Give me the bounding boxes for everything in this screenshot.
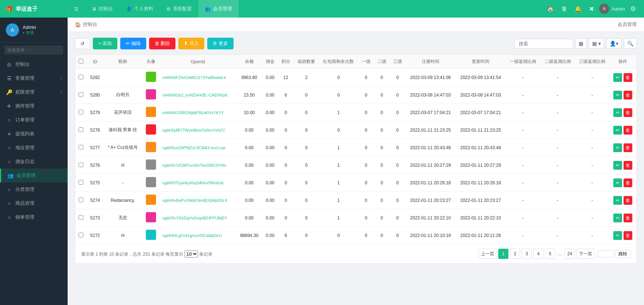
delete-row-button[interactable]: 🗑	[624, 91, 632, 99]
pagination-bar: 显示第 1 到第 10 条记录，总共 231 条记录 每页显示 10 20 50…	[75, 244, 636, 263]
delete-row-button[interactable]: 🗑	[624, 178, 632, 187]
prev-page-button[interactable]: 上一页	[478, 249, 497, 259]
row-checkbox[interactable]	[79, 197, 83, 202]
edit-row-button[interactable]: ✏	[613, 143, 622, 152]
cell-balance: 23.50	[236, 86, 262, 104]
page-3-button[interactable]: 3	[522, 249, 532, 259]
sidebar-item-withdraw[interactable]: ≡ 提现列表	[0, 127, 68, 141]
cell-actions: ✏ 🗑	[610, 209, 636, 227]
edit-row-button[interactable]: ✏	[613, 161, 622, 170]
row-checkbox[interactable]	[79, 215, 83, 220]
refresh-button[interactable]: ↺	[75, 38, 90, 49]
row-checkbox[interactable]	[79, 145, 83, 150]
sidebar-item-product[interactable]: ○ 商品管理	[0, 196, 68, 210]
cell-id: 5279	[87, 104, 103, 121]
sidebar-item-perm-mgmt[interactable]: 🔑 权限管理 ›	[0, 85, 68, 99]
dashboard-sidebar-icon: ◎	[6, 61, 12, 67]
edit-row-button[interactable]: ✏	[613, 91, 622, 99]
edit-row-button[interactable]: ✏	[613, 214, 622, 222]
cell-level2: 0	[374, 157, 390, 174]
nav-menu-toggle[interactable]: ☰	[68, 0, 85, 18]
search-input[interactable]	[515, 39, 573, 49]
delete-row-button[interactable]: 🗑	[624, 143, 632, 152]
cell-r2: -	[540, 209, 575, 227]
sidebar-item-category[interactable]: ○ 分类管理	[0, 182, 68, 196]
sidebar-item-address[interactable]: ○ 地址管理	[0, 141, 68, 155]
view-list-button[interactable]: ▦	[575, 38, 587, 49]
sidebar-item-plugin-mgmt[interactable]: ✈ 插件管理	[0, 99, 68, 113]
notification-icon[interactable]: 🔔	[572, 4, 584, 14]
cell-points: 0	[278, 139, 294, 157]
row-checkbox[interactable]	[79, 180, 83, 185]
nav-sysconfig[interactable]: ⚙ 系统配置	[160, 0, 198, 18]
page-1-button[interactable]: 1	[498, 249, 508, 259]
cell-reg-time: 2022-01-11 20:26:18	[405, 174, 455, 192]
row-checkbox[interactable]	[79, 233, 83, 237]
sidebar-item-commission[interactable]: ○ 佣金日志	[0, 155, 68, 169]
cell-points: 0	[278, 192, 294, 209]
delete-row-button[interactable]: 🗑	[624, 214, 632, 222]
edit-row-button[interactable]: ✏	[613, 126, 622, 135]
cell-level1: 0	[358, 139, 374, 157]
cell-redpacket: 1	[319, 209, 358, 227]
trash-icon[interactable]: 🗑	[559, 4, 569, 14]
row-checkbox[interactable]	[79, 110, 83, 114]
page-jump-input[interactable]	[598, 250, 614, 257]
import-button[interactable]: ⬆ 导入	[178, 38, 204, 49]
settings-icon[interactable]: ⚙	[628, 3, 638, 14]
cell-level1: 0	[358, 192, 374, 209]
view-user-button[interactable]: 👤▾	[606, 38, 622, 49]
cell-level3: 0	[390, 104, 405, 121]
edit-row-button[interactable]: ✏	[613, 178, 622, 187]
page-5-button[interactable]: 5	[545, 249, 555, 259]
nav-dashboard[interactable]: 🖥 控制台	[85, 0, 120, 18]
delete-row-button[interactable]: 🗑	[624, 108, 632, 117]
per-page-select[interactable]: 10 20 50	[185, 251, 198, 257]
next-page-button[interactable]: 下一页	[576, 249, 595, 259]
sidebar-item-regular-mgmt[interactable]: ☰ 常规管理 ›	[0, 71, 68, 85]
cell-reg-time: 2022-01-11 20:27:29	[405, 157, 455, 174]
cell-r1: -	[506, 192, 541, 209]
delete-row-button[interactable]: 🗑	[624, 231, 632, 240]
nav-profile[interactable]: 👤 个人资料	[120, 0, 160, 18]
cell-avatar	[142, 86, 159, 104]
sidebar-item-order-mgmt[interactable]: ○ 订单管理	[0, 113, 68, 127]
sidebar-item-dashboard[interactable]: ◎ 控制台	[0, 57, 68, 71]
page-2-button[interactable]: 2	[510, 249, 520, 259]
col-level1: 一级	[358, 55, 374, 69]
edit-row-button[interactable]: ✏	[613, 196, 622, 205]
close-icon[interactable]: ✖	[587, 4, 596, 14]
row-checkbox[interactable]	[79, 127, 83, 132]
col-level3: 三级	[390, 55, 405, 69]
page-24-button[interactable]: 24	[565, 249, 575, 259]
search-button[interactable]: 🔍	[624, 38, 637, 49]
edit-button[interactable]: ✏ 编辑	[120, 38, 146, 49]
sidebar-item-member-mgmt[interactable]: 👥 会员管理	[0, 169, 68, 182]
more-button[interactable]: ⚙ 更多	[207, 38, 234, 49]
page-jump-button[interactable]: 跳转	[615, 250, 630, 258]
row-checkbox[interactable]	[79, 162, 83, 167]
cell-bag-count: 0	[294, 227, 319, 244]
row-checkbox[interactable]	[79, 75, 83, 79]
view-grid-button[interactable]: ▦ ▾	[589, 38, 604, 49]
delete-row-button[interactable]: 🗑	[624, 196, 632, 205]
user-menu[interactable]: A Admin	[599, 4, 625, 14]
sidebar-search-input[interactable]	[4, 46, 63, 54]
delete-row-button[interactable]: 🗑	[624, 73, 632, 82]
home-icon[interactable]: 🏠	[545, 4, 556, 14]
add-button[interactable]: + 添加	[93, 38, 117, 49]
nav-members[interactable]: 👥 会员管理	[198, 0, 239, 18]
select-all-checkbox[interactable]	[79, 59, 83, 64]
edit-row-button[interactable]: ✏	[613, 73, 622, 82]
cell-bag-count: 0	[294, 157, 319, 174]
sidebar-item-label-plugin: 插件管理	[15, 103, 34, 109]
edit-row-button[interactable]: ✏	[613, 108, 622, 117]
edit-row-button[interactable]: ✏	[613, 231, 622, 240]
menu-icon: ☰	[74, 6, 79, 12]
delete-row-button[interactable]: 🗑	[624, 161, 632, 170]
delete-row-button[interactable]: 🗑	[624, 126, 632, 135]
row-checkbox[interactable]	[79, 92, 83, 97]
delete-button[interactable]: 🗑 删除	[149, 38, 176, 49]
sidebar-item-sales[interactable]: ○ 销单管理	[0, 210, 68, 224]
page-4-button[interactable]: 4	[533, 249, 543, 259]
